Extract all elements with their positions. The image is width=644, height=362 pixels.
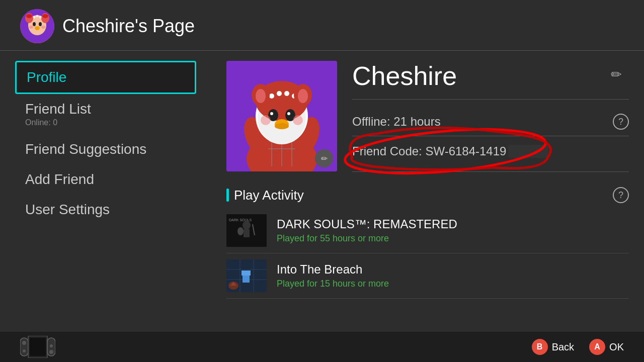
status-row: Offline: 21 hours ? — [352, 108, 629, 136]
svg-point-36 — [261, 115, 271, 125]
svg-text:DARK SOULS: DARK SOULS — [229, 218, 252, 222]
svg-point-28 — [284, 91, 289, 96]
switch-console-icon — [20, 336, 55, 358]
svg-rect-58 — [20, 338, 28, 356]
friend-code-text: Friend Code: SW-6184-1419 — [352, 144, 506, 158]
svg-point-45 — [243, 221, 251, 230]
sidebar: Profile Friend List Online: 0 Friend Sug… — [0, 51, 211, 327]
svg-point-64 — [50, 344, 53, 347]
svg-rect-62 — [30, 338, 46, 356]
page-header: Cheshire's Page — [0, 0, 644, 51]
edit-profile-button[interactable]: ✏ — [611, 67, 629, 85]
profile-info-panel: Cheshire ✏ Offline: 21 hours ? Friend Co… — [352, 61, 629, 172]
content-area: ✏ Cheshire ✏ Offline: 21 hours ? — [211, 51, 644, 327]
svg-point-10 — [41, 26, 45, 29]
svg-point-13 — [39, 16, 42, 19]
sidebar-item-add-friend[interactable]: Add Friend — [15, 164, 196, 195]
a-button: A — [589, 339, 605, 355]
friend-code-row: Friend Code: SW-6184-1419 — [352, 136, 629, 166]
dark-souls-thumbnail: DARK SOULS — [226, 214, 267, 247]
section-bar-decoration — [226, 189, 229, 202]
into-the-breach-title: Into The Breach — [277, 262, 629, 277]
into-the-breach-info: Into The Breach Played for 15 hours or m… — [277, 262, 629, 289]
dark-souls-title: DARK SOULS™: REMASTERED — [277, 217, 629, 231]
game-item-into-the-breach[interactable]: Into The Breach Played for 15 hours or m… — [226, 253, 629, 299]
sidebar-user-settings-label: User Settings — [25, 202, 186, 218]
profile-top-section: ✏ Cheshire ✏ Offline: 21 hours ? — [226, 61, 629, 172]
game-item-dark-souls[interactable]: DARK SOULS DARK SOULS™: REMASTERED Playe… — [226, 208, 629, 253]
main-content: Profile Friend List Online: 0 Friend Sug… — [0, 51, 644, 327]
status-help-icon[interactable]: ? — [613, 114, 629, 130]
profile-avatar-container: ✏ — [226, 61, 337, 171]
sidebar-friend-list-label: Friend List — [25, 101, 186, 117]
friend-code-redacted — [508, 145, 548, 158]
sidebar-add-friend-label: Add Friend — [25, 171, 186, 188]
a-label: A — [594, 342, 600, 351]
svg-point-59 — [22, 341, 26, 345]
play-activity-title: Play Activity — [234, 188, 304, 203]
back-action[interactable]: B Back — [532, 339, 574, 355]
sidebar-friend-suggestions-label: Friend Suggestions — [25, 141, 186, 157]
bottom-bar: B Back A OK — [0, 332, 644, 362]
svg-point-12 — [36, 15, 39, 18]
svg-point-37 — [293, 115, 303, 125]
svg-point-5 — [42, 14, 48, 18]
edit-name-icon: ✏ — [611, 67, 622, 82]
svg-point-40 — [256, 89, 266, 103]
svg-point-41 — [298, 89, 308, 103]
section-title-row: Play Activity — [226, 188, 304, 203]
svg-point-48 — [237, 227, 244, 235]
svg-point-11 — [33, 16, 36, 19]
ok-action[interactable]: A OK — [589, 339, 624, 355]
play-activity-header: Play Activity ? — [226, 187, 629, 203]
profile-name: Cheshire — [352, 61, 457, 91]
sidebar-item-user-settings[interactable]: User Settings — [15, 195, 196, 225]
into-the-breach-thumbnail — [226, 259, 267, 292]
profile-name-row: Cheshire ✏ — [352, 61, 629, 100]
sidebar-online-count: Online: 0 — [25, 118, 186, 127]
b-label: B — [537, 342, 543, 351]
sidebar-item-friend-list[interactable]: Friend List Online: 0 — [15, 94, 196, 134]
svg-rect-55 — [242, 270, 251, 276]
question-mark-icon: ? — [618, 117, 623, 127]
edit-avatar-button[interactable]: ✏ — [315, 149, 333, 167]
back-label: Back — [552, 341, 574, 353]
svg-point-6 — [33, 22, 36, 26]
svg-point-9 — [29, 26, 33, 29]
play-activity-help-icon[interactable]: ? — [613, 187, 629, 203]
svg-point-7 — [39, 22, 42, 26]
bottom-actions: B Back A OK — [532, 339, 624, 355]
play-activity-section: Play Activity ? DARK SOULS — [226, 187, 629, 299]
dark-souls-playtime: Played for 55 hours or more — [277, 233, 629, 244]
header-avatar — [20, 9, 54, 43]
b-button: B — [532, 339, 548, 355]
sidebar-profile-label: Profile — [27, 69, 185, 85]
into-the-breach-playtime: Played for 15 hours or more — [277, 279, 629, 289]
svg-point-35 — [275, 123, 289, 129]
page-title: Cheshire's Page — [62, 16, 195, 37]
svg-point-65 — [49, 350, 53, 354]
svg-rect-46 — [244, 229, 250, 237]
sidebar-item-profile[interactable]: Profile — [15, 61, 196, 94]
svg-point-8 — [35, 26, 40, 30]
svg-point-33 — [287, 112, 290, 115]
svg-point-26 — [269, 94, 274, 99]
switch-svg-icon — [20, 336, 55, 358]
svg-point-4 — [26, 14, 32, 18]
svg-point-32 — [270, 112, 273, 115]
pencil-icon: ✏ — [321, 154, 328, 163]
svg-point-60 — [23, 349, 26, 352]
ok-label: OK — [609, 341, 624, 353]
sidebar-item-friend-suggestions[interactable]: Friend Suggestions — [15, 134, 196, 164]
status-text: Offline: 21 hours — [352, 115, 441, 129]
dark-souls-info: DARK SOULS™: REMASTERED Played for 55 ho… — [277, 217, 629, 244]
play-activity-question-icon: ? — [618, 190, 623, 201]
svg-point-27 — [277, 91, 282, 96]
